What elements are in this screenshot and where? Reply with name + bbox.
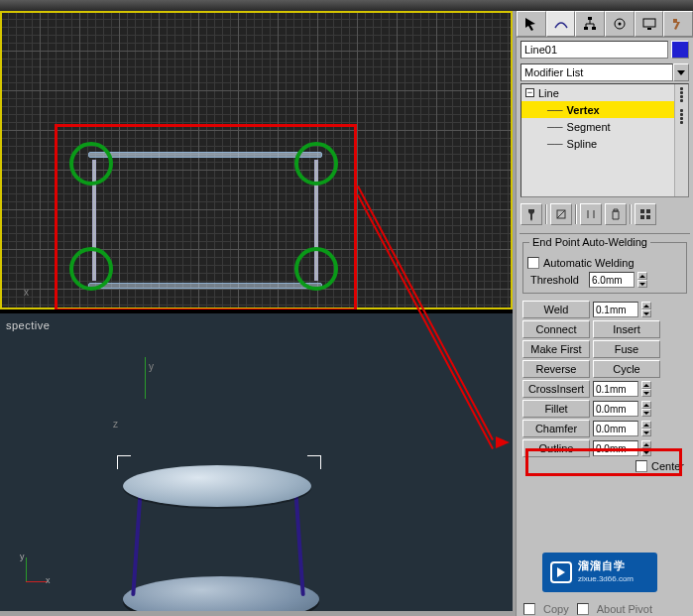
center-label: Center — [651, 460, 684, 472]
object-name-input[interactable] — [520, 41, 668, 59]
make-unique-button[interactable] — [580, 203, 602, 225]
viewport-label: spective — [6, 319, 50, 331]
annotation-region-highlight — [55, 124, 357, 309]
rendered-object[interactable] — [99, 447, 325, 611]
cycle-button[interactable]: Cycle — [593, 360, 660, 378]
fuse-button[interactable]: Fuse — [593, 340, 660, 358]
world-axis-x-label: x — [46, 575, 51, 585]
modifier-stack[interactable]: − Line ── Vertex ── Segment ── Spline — [520, 83, 689, 197]
configure-icon — [638, 207, 652, 221]
cross-insert-button[interactable]: CrossInsert — [522, 380, 590, 398]
fillet-input[interactable] — [593, 401, 638, 417]
weld-input[interactable] — [593, 302, 638, 317]
threshold-input[interactable] — [589, 272, 635, 288]
chamfer-button[interactable]: Chamfer — [522, 420, 590, 437]
automatic-welding-checkbox[interactable] — [527, 257, 539, 269]
stack-item-label: Vertex — [567, 104, 600, 116]
tab-utilities[interactable] — [663, 11, 693, 37]
stack-root-line[interactable]: − Line — [521, 84, 688, 101]
object-disc-bottom — [123, 576, 319, 611]
tab-hierarchy[interactable] — [575, 11, 605, 37]
svg-rect-8 — [640, 209, 644, 213]
fillet-button[interactable]: Fillet — [522, 400, 590, 418]
connect-button[interactable]: Connect — [522, 320, 590, 338]
svg-rect-0 — [588, 17, 592, 20]
axis-label-x: x — [24, 287, 29, 298]
stack-toolbar — [517, 199, 693, 229]
command-panel: Modifier List − Line ── Vertex ── Segmen… — [516, 11, 693, 616]
tab-display[interactable] — [635, 11, 664, 37]
panel-footer: Copy About Pivot — [518, 601, 693, 616]
unique-icon — [584, 207, 598, 221]
svg-rect-10 — [640, 215, 644, 219]
footer-checkbox-2[interactable] — [577, 603, 589, 615]
chamfer-input[interactable] — [593, 421, 638, 436]
gizmo-z-label: z — [113, 419, 118, 430]
tab-create[interactable] — [517, 11, 546, 37]
weld-button[interactable]: Weld — [522, 301, 590, 318]
world-axis-gizmo: y x — [10, 557, 46, 593]
modify-icon — [553, 16, 569, 32]
footer-checkbox[interactable] — [523, 603, 535, 615]
app-toolbar — [0, 0, 693, 11]
stack-item-segment[interactable]: ── Segment — [521, 118, 688, 135]
motion-icon — [612, 16, 628, 32]
viewport-top[interactable]: x — [0, 11, 513, 309]
annotation-arrowhead — [496, 436, 510, 448]
fillet-spinner[interactable] — [641, 401, 651, 417]
outline-button[interactable]: Outline — [522, 439, 590, 457]
outline-input[interactable] — [593, 440, 638, 456]
watermark-badge: 溜溜自学 zixue.3d66.com — [542, 553, 657, 592]
auto-weld-group: End Point Auto-Welding Automatic Welding… — [522, 242, 687, 294]
world-axis-y-label: y — [20, 552, 25, 561]
stack-drag-column[interactable] — [674, 84, 688, 196]
watermark-title: 溜溜自学 — [578, 559, 634, 572]
make-first-button[interactable]: Make First — [522, 340, 590, 358]
insert-button[interactable]: Insert — [593, 320, 660, 338]
stack-item-label: Segment — [567, 121, 611, 133]
gizmo-y-label: y — [149, 361, 154, 372]
cross-insert-spinner[interactable] — [641, 381, 651, 397]
stack-item-spline[interactable]: ── Spline — [521, 135, 688, 152]
outline-spinner[interactable] — [641, 440, 651, 456]
weld-spinner[interactable] — [641, 302, 651, 317]
tree-dash-icon: ── — [547, 138, 563, 150]
dropdown-arrow-icon — [673, 63, 689, 81]
cross-insert-input[interactable] — [593, 381, 638, 397]
tab-motion[interactable] — [605, 11, 635, 37]
automatic-welding-label: Automatic Welding — [543, 257, 635, 269]
chamfer-spinner[interactable] — [641, 421, 651, 436]
trash-icon — [609, 207, 623, 221]
configure-sets-button[interactable] — [635, 203, 656, 225]
modifier-list-value: Modifier List — [520, 63, 673, 81]
tree-dash-icon: ── — [547, 121, 563, 133]
footer-about-label: About Pivot — [597, 603, 652, 615]
show-end-result-button[interactable] — [550, 203, 572, 225]
svg-rect-2 — [592, 27, 596, 30]
svg-rect-5 — [643, 19, 655, 27]
remove-modifier-button[interactable] — [605, 203, 627, 225]
svg-rect-11 — [646, 215, 650, 219]
modifier-list-dropdown[interactable]: Modifier List — [520, 63, 689, 81]
gizmo-y-axis — [145, 357, 146, 399]
tree-dash-icon: ── — [547, 104, 563, 116]
object-color-swatch[interactable] — [671, 41, 689, 59]
viewport-perspective[interactable]: spective y z y x — [0, 313, 513, 611]
tab-modify[interactable] — [546, 11, 576, 37]
reverse-button[interactable]: Reverse — [522, 360, 590, 378]
svg-point-4 — [618, 23, 621, 26]
svg-rect-1 — [584, 27, 588, 30]
stack-item-vertex[interactable]: ── Vertex — [521, 101, 688, 118]
hierarchy-icon — [582, 16, 598, 32]
threshold-spinner[interactable] — [637, 272, 647, 288]
center-checkbox[interactable] — [635, 460, 647, 472]
pin-stack-button[interactable] — [520, 203, 542, 225]
svg-rect-9 — [646, 209, 650, 213]
separator — [545, 204, 547, 224]
selection-bracket-tl — [117, 455, 131, 469]
display-icon — [641, 16, 657, 32]
selection-bracket-tr — [307, 455, 321, 469]
hammer-icon — [670, 16, 686, 32]
expand-icon[interactable]: − — [525, 88, 534, 97]
watermark-url: zixue.3d66.com — [578, 572, 634, 585]
